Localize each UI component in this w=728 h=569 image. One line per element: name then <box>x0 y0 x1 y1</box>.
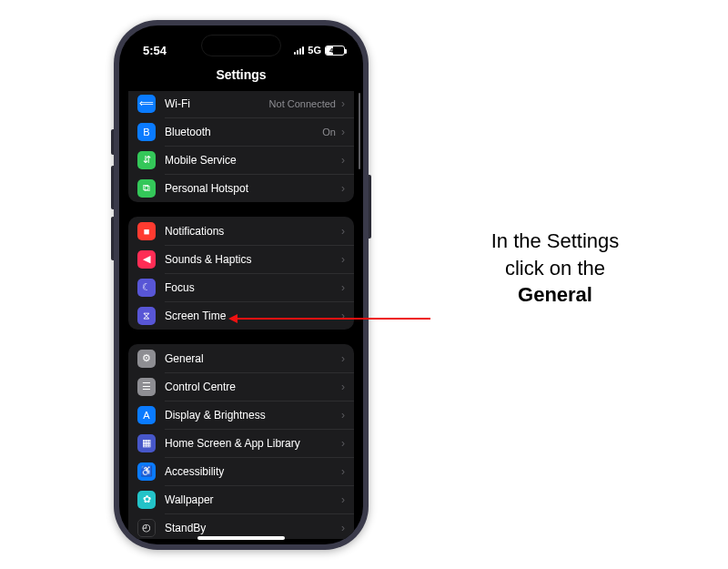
settings-row-hotspot[interactable]: ⧉Personal Hotspot› <box>128 174 354 202</box>
row-label: Sounds & Haptics <box>165 253 341 266</box>
row-label: Control Centre <box>165 381 341 393</box>
settings-row-general[interactable]: ⚙General› <box>128 344 354 372</box>
row-value: On <box>322 127 336 137</box>
accessibility-icon: ♿ <box>137 462 156 481</box>
row-label: Personal Hotspot <box>165 182 341 195</box>
speaker-icon: ◀ <box>137 250 156 269</box>
callout-line1: In the Settings <box>491 229 620 252</box>
settings-row-control[interactable]: ☰Control Centre› <box>128 372 354 401</box>
sun-icon: A <box>137 406 156 424</box>
phone-frame: 5:54 5G 41 Settings ⟸Wi-FiNot Connected›… <box>114 20 369 550</box>
grid-icon: ▦ <box>137 434 156 452</box>
page-title: Settings <box>119 62 363 91</box>
settings-row-screentime[interactable]: ⧖Screen Time› <box>128 301 354 330</box>
chevron-right-icon: › <box>341 522 345 534</box>
row-label: Wallpaper <box>165 493 341 506</box>
gear-icon: ⚙ <box>137 350 156 368</box>
settings-row-accessibility[interactable]: ♿Accessibility› <box>128 457 354 485</box>
dynamic-island <box>201 35 281 56</box>
chevron-right-icon: › <box>341 437 345 450</box>
settings-row-wallpaper[interactable]: ✿Wallpaper› <box>128 485 354 513</box>
chevron-right-icon: › <box>341 126 345 138</box>
link-icon: ⧉ <box>137 179 156 198</box>
chevron-right-icon: › <box>341 281 345 294</box>
chevron-right-icon: › <box>341 409 345 422</box>
chevron-right-icon: › <box>341 97 345 110</box>
chevron-right-icon: › <box>341 182 345 195</box>
chevron-right-icon: › <box>341 352 345 365</box>
wifi-icon: ⟸ <box>137 95 156 113</box>
callout-line3: General <box>518 283 592 306</box>
hourglass-icon: ⧖ <box>137 307 156 325</box>
row-value: Not Connected <box>269 98 336 109</box>
moon-icon: ☾ <box>137 279 156 297</box>
row-label: Wi-Fi <box>165 97 269 110</box>
settings-row-standby[interactable]: ◴StandBy› <box>128 513 354 539</box>
bell-icon: ■ <box>137 222 156 240</box>
status-time: 5:54 <box>143 44 167 57</box>
clock-icon: ◴ <box>137 519 156 537</box>
chevron-right-icon: › <box>341 493 345 506</box>
network-label: 5G <box>308 45 321 56</box>
row-label: Notifications <box>165 225 341 238</box>
row-label: Bluetooth <box>165 126 322 138</box>
home-indicator[interactable] <box>197 536 285 540</box>
chevron-right-icon: › <box>341 253 345 266</box>
settings-row-display[interactable]: ADisplay & Brightness› <box>128 401 354 429</box>
side-button-power <box>369 175 371 239</box>
scrollbar[interactable] <box>359 93 360 169</box>
row-label: Mobile Service <box>165 154 341 167</box>
battery-icon: 41 <box>325 46 345 56</box>
switches-icon: ☰ <box>137 378 156 396</box>
settings-section: ⚙General›☰Control Centre›ADisplay & Brig… <box>128 344 354 539</box>
chevron-right-icon: › <box>341 381 345 393</box>
settings-section: ■Notifications›◀Sounds & Haptics›☾Focus›… <box>128 217 354 330</box>
signal-icon <box>294 46 304 55</box>
status-right: 5G 41 <box>294 45 345 56</box>
bluetooth-icon: B <box>137 123 156 141</box>
callout-text: In the Settings click on the General <box>437 228 673 309</box>
row-label: Accessibility <box>165 465 341 478</box>
settings-section: ⟸Wi-FiNot Connected›BBluetoothOn›⇵Mobile… <box>128 91 354 202</box>
phone-screen: 5:54 5G 41 Settings ⟸Wi-FiNot Connected›… <box>119 25 363 544</box>
side-button-volume-up <box>111 166 114 209</box>
callout-line2: click on the <box>505 257 605 279</box>
row-label: Focus <box>165 281 341 294</box>
battery-percent: 41 <box>329 46 338 55</box>
row-label: Home Screen & App Library <box>165 437 341 450</box>
settings-row-bluetooth[interactable]: BBluetoothOn› <box>128 117 354 146</box>
settings-row-homescreen[interactable]: ▦Home Screen & App Library› <box>128 429 354 457</box>
chevron-right-icon: › <box>341 154 345 167</box>
settings-row-mobile[interactable]: ⇵Mobile Service› <box>128 146 354 174</box>
settings-row-notifications[interactable]: ■Notifications› <box>128 217 354 245</box>
settings-list[interactable]: ⟸Wi-FiNot Connected›BBluetoothOn›⇵Mobile… <box>119 91 363 539</box>
chevron-right-icon: › <box>341 225 345 238</box>
row-label: Screen Time <box>165 310 341 322</box>
chevron-right-icon: › <box>341 310 345 322</box>
callout-arrow <box>230 318 430 320</box>
side-button-silent <box>111 129 114 155</box>
row-label: Display & Brightness <box>165 409 341 422</box>
side-button-volume-down <box>111 217 114 260</box>
row-label: StandBy <box>165 522 341 534</box>
settings-row-sounds[interactable]: ◀Sounds & Haptics› <box>128 245 354 273</box>
settings-row-wifi[interactable]: ⟸Wi-FiNot Connected› <box>128 91 354 117</box>
row-label: General <box>165 352 341 365</box>
chevron-right-icon: › <box>341 465 345 478</box>
antenna-icon: ⇵ <box>137 151 156 169</box>
flower-icon: ✿ <box>137 491 156 509</box>
settings-row-focus[interactable]: ☾Focus› <box>128 273 354 301</box>
